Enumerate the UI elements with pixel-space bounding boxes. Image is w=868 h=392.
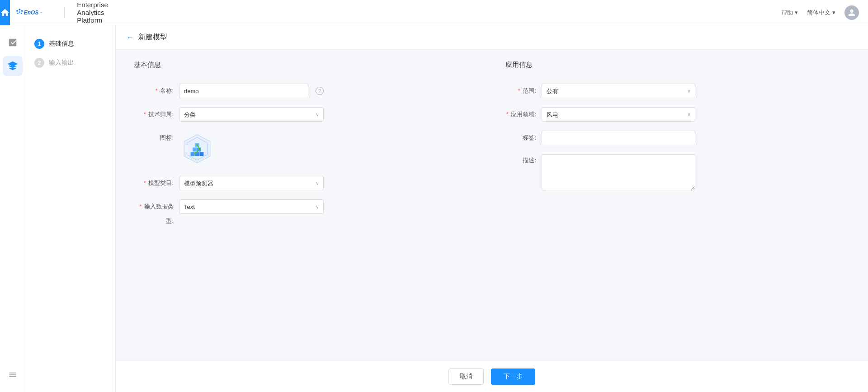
tech-required-star: * xyxy=(144,111,146,118)
model-type-control: 模型预测器 特征工程 数据处理 xyxy=(179,176,324,190)
input-data-label: * 输入数据类型: xyxy=(134,199,179,228)
analytics-icon xyxy=(8,38,18,47)
name-label: * 名称: xyxy=(134,84,179,98)
scope-select-wrapper: 公有 私有 xyxy=(542,84,695,98)
tech-select-wrapper: 分类 回归 聚类 xyxy=(179,107,324,122)
desc-label: 描述: xyxy=(505,154,542,167)
icon-label: 图标: xyxy=(134,131,179,145)
domain-row: * 应用领域: 风电 光伏 储能 xyxy=(505,107,850,122)
model-icon xyxy=(8,61,18,71)
sidebar-bottom xyxy=(3,365,23,392)
next-button[interactable]: 下一步 xyxy=(491,368,535,385)
sidebar-icon-analytics[interactable] xyxy=(3,33,23,52)
input-data-row: * 输入数据类型: Text Image Tabular Time Series xyxy=(134,199,478,228)
language-button[interactable]: 简体中文 ▾ xyxy=(807,9,835,17)
step-1-circle: 1 xyxy=(34,39,44,49)
model-type-select[interactable]: 模型预测器 特征工程 数据处理 xyxy=(179,176,324,190)
domain-label: * 应用领域: xyxy=(505,107,542,122)
tech-label: * 技术归属: xyxy=(134,107,179,122)
svg-point-2 xyxy=(21,10,23,12)
main-layout: 1 基础信息 2 输入输出 ← 新建模型 基本信息 * xyxy=(0,0,868,392)
input-required-star: * xyxy=(139,203,142,210)
form-container: 基本信息 * 名称: ? * 技术归属: xyxy=(116,50,868,248)
tags-label: 标签: xyxy=(505,131,542,145)
svg-point-1 xyxy=(19,9,20,10)
model-hex-icon xyxy=(181,132,213,165)
desc-control xyxy=(542,154,695,192)
icon-row: 图标: xyxy=(134,131,478,167)
logo-area: EnOS ™ Enterprise Analytics Platform xyxy=(9,0,108,25)
sidebar-icon-model[interactable] xyxy=(3,56,23,76)
icon-box[interactable] xyxy=(179,131,215,167)
svg-point-0 xyxy=(16,10,18,12)
tech-row: * 技术归属: 分类 回归 聚类 xyxy=(134,107,478,122)
sidebar-icon-menu[interactable] xyxy=(3,365,23,385)
app-title: Enterprise Analytics Platform xyxy=(77,1,108,24)
svg-point-5 xyxy=(21,12,22,14)
tech-control: 分类 回归 聚类 xyxy=(179,107,324,122)
svg-point-4 xyxy=(17,12,19,14)
home-icon-wrap[interactable] xyxy=(0,0,10,25)
name-input[interactable] xyxy=(179,84,308,98)
model-type-required-star: * xyxy=(144,179,146,186)
domain-required-star: * xyxy=(506,111,509,118)
domain-select-wrapper: 风电 光伏 储能 xyxy=(542,107,695,122)
desc-row: 描述: xyxy=(505,154,850,192)
secondary-sidebar: 1 基础信息 2 输入输出 xyxy=(25,25,116,392)
app-info-title: 应用信息 xyxy=(505,61,850,73)
domain-select[interactable]: 风电 光伏 储能 xyxy=(542,107,695,122)
scope-label: * 范围: xyxy=(505,84,542,98)
step-1[interactable]: 1 基础信息 xyxy=(25,34,115,53)
desc-textarea[interactable] xyxy=(542,154,695,190)
tags-input[interactable] xyxy=(542,131,695,145)
tech-select[interactable]: 分类 回归 聚类 xyxy=(179,107,324,122)
user-avatar[interactable] xyxy=(844,5,859,20)
footer-spacer xyxy=(116,248,868,284)
step-2[interactable]: 2 输入输出 xyxy=(25,53,115,72)
cancel-button[interactable]: 取消 xyxy=(448,368,484,385)
menu-icon xyxy=(8,370,17,379)
svg-text:EnOS: EnOS xyxy=(24,9,39,16)
enos-logo-svg: EnOS ™ xyxy=(15,6,52,19)
name-help-icon[interactable]: ? xyxy=(316,87,324,95)
step-2-label: 输入输出 xyxy=(49,59,74,67)
app-info-section: 应用信息 * 范围: 公有 私有 xyxy=(505,61,850,237)
svg-rect-13 xyxy=(199,152,203,156)
model-type-row: * 模型类目: 模型预测器 特征工程 数据处理 xyxy=(134,176,478,190)
scope-select[interactable]: 公有 私有 xyxy=(542,84,695,98)
footer-area: 取消 下一步 xyxy=(116,361,868,392)
input-data-select[interactable]: Text Image Tabular Time Series xyxy=(179,199,324,214)
svg-text:™: ™ xyxy=(39,11,42,14)
back-button[interactable]: ← xyxy=(127,33,134,42)
scope-control: 公有 私有 xyxy=(542,84,695,98)
basic-info-title: 基本信息 xyxy=(134,61,478,73)
input-data-control: Text Image Tabular Time Series xyxy=(179,199,324,214)
step-1-label: 基础信息 xyxy=(49,40,74,48)
name-row: * 名称: ? xyxy=(134,84,478,98)
svg-rect-14 xyxy=(193,147,197,151)
tags-row: 标签: xyxy=(505,131,850,145)
scope-required-star: * xyxy=(518,87,520,94)
icon-control xyxy=(179,131,324,167)
tags-control xyxy=(542,131,695,145)
svg-rect-11 xyxy=(191,152,195,156)
name-required-star: * xyxy=(156,87,158,94)
scope-row: * 范围: 公有 私有 xyxy=(505,84,850,98)
basic-info-section: 基本信息 * 名称: ? * 技术归属: xyxy=(134,61,478,237)
help-button[interactable]: 帮助 ▾ xyxy=(781,9,798,17)
name-control: ? xyxy=(179,84,324,98)
domain-control: 风电 光伏 储能 xyxy=(542,107,695,122)
home-icon xyxy=(0,8,10,18)
icon-sidebar xyxy=(0,25,25,392)
main-content: ← 新建模型 基本信息 * 名称: ? xyxy=(116,25,868,392)
logo-text: EnOS ™ xyxy=(15,6,52,19)
header-right: 帮助 ▾ 简体中文 ▾ xyxy=(781,5,859,20)
page-title: 新建模型 xyxy=(138,33,167,42)
user-icon xyxy=(848,9,856,17)
model-type-label: * 模型类目: xyxy=(134,176,179,190)
input-data-select-wrapper: Text Image Tabular Time Series xyxy=(179,199,324,214)
page-header: ← 新建模型 xyxy=(116,25,868,50)
step-2-circle: 2 xyxy=(34,58,44,68)
svg-point-3 xyxy=(19,11,20,13)
top-header: EnOS ™ Enterprise Analytics Platform 帮助 … xyxy=(0,0,868,25)
